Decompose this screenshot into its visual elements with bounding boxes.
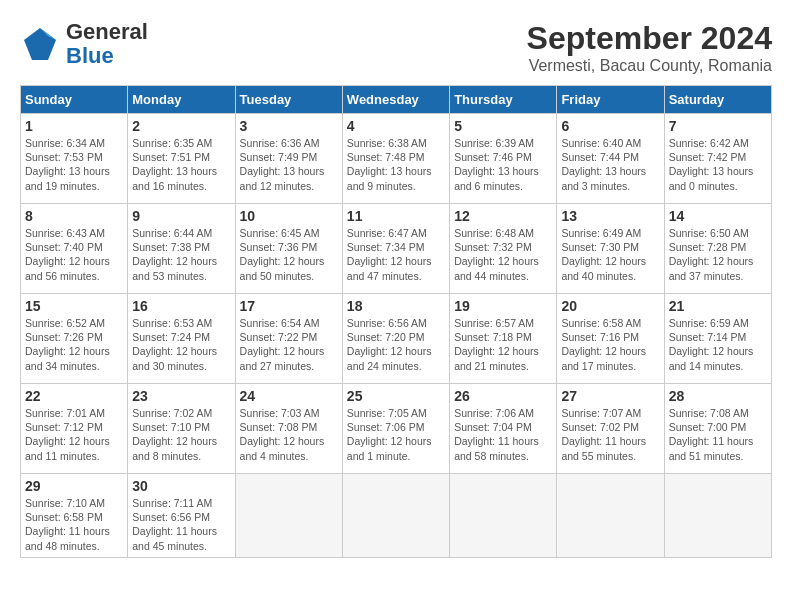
- calendar-day-17: 17Sunrise: 6:54 AMSunset: 7:22 PMDayligh…: [235, 294, 342, 384]
- day-info: Sunrise: 6:47 AMSunset: 7:34 PMDaylight:…: [347, 226, 445, 283]
- weekday-header-saturday: Saturday: [664, 86, 771, 114]
- day-number: 17: [240, 298, 338, 314]
- page-title: September 2024: [527, 20, 772, 57]
- calendar-day-28: 28Sunrise: 7:08 AMSunset: 7:00 PMDayligh…: [664, 384, 771, 474]
- day-info: Sunrise: 7:08 AMSunset: 7:00 PMDaylight:…: [669, 406, 767, 463]
- day-info: Sunrise: 6:52 AMSunset: 7:26 PMDaylight:…: [25, 316, 123, 373]
- day-info: Sunrise: 7:03 AMSunset: 7:08 PMDaylight:…: [240, 406, 338, 463]
- day-number: 14: [669, 208, 767, 224]
- calendar-day-1: 1Sunrise: 6:34 AMSunset: 7:53 PMDaylight…: [21, 114, 128, 204]
- calendar-day-21: 21Sunrise: 6:59 AMSunset: 7:14 PMDayligh…: [664, 294, 771, 384]
- title-block: September 2024 Vermesti, Bacau County, R…: [527, 20, 772, 75]
- calendar-header-row: SundayMondayTuesdayWednesdayThursdayFrid…: [21, 86, 772, 114]
- day-number: 2: [132, 118, 230, 134]
- calendar-day-7: 7Sunrise: 6:42 AMSunset: 7:42 PMDaylight…: [664, 114, 771, 204]
- day-info: Sunrise: 7:10 AMSunset: 6:58 PMDaylight:…: [25, 496, 123, 553]
- weekday-header-monday: Monday: [128, 86, 235, 114]
- day-number: 15: [25, 298, 123, 314]
- calendar-day-9: 9Sunrise: 6:44 AMSunset: 7:38 PMDaylight…: [128, 204, 235, 294]
- calendar-empty-cell: [342, 474, 449, 558]
- calendar-week-1: 1Sunrise: 6:34 AMSunset: 7:53 PMDaylight…: [21, 114, 772, 204]
- day-info: Sunrise: 7:11 AMSunset: 6:56 PMDaylight:…: [132, 496, 230, 553]
- calendar-day-14: 14Sunrise: 6:50 AMSunset: 7:28 PMDayligh…: [664, 204, 771, 294]
- day-number: 4: [347, 118, 445, 134]
- day-info: Sunrise: 6:53 AMSunset: 7:24 PMDaylight:…: [132, 316, 230, 373]
- day-number: 9: [132, 208, 230, 224]
- day-info: Sunrise: 6:59 AMSunset: 7:14 PMDaylight:…: [669, 316, 767, 373]
- calendar-day-10: 10Sunrise: 6:45 AMSunset: 7:36 PMDayligh…: [235, 204, 342, 294]
- day-info: Sunrise: 6:43 AMSunset: 7:40 PMDaylight:…: [25, 226, 123, 283]
- calendar-day-8: 8Sunrise: 6:43 AMSunset: 7:40 PMDaylight…: [21, 204, 128, 294]
- day-number: 10: [240, 208, 338, 224]
- day-number: 29: [25, 478, 123, 494]
- day-number: 16: [132, 298, 230, 314]
- weekday-header-thursday: Thursday: [450, 86, 557, 114]
- calendar-table: SundayMondayTuesdayWednesdayThursdayFrid…: [20, 85, 772, 558]
- day-info: Sunrise: 6:58 AMSunset: 7:16 PMDaylight:…: [561, 316, 659, 373]
- day-number: 25: [347, 388, 445, 404]
- calendar-day-29: 29Sunrise: 7:10 AMSunset: 6:58 PMDayligh…: [21, 474, 128, 558]
- calendar-day-12: 12Sunrise: 6:48 AMSunset: 7:32 PMDayligh…: [450, 204, 557, 294]
- day-info: Sunrise: 7:07 AMSunset: 7:02 PMDaylight:…: [561, 406, 659, 463]
- day-info: Sunrise: 6:36 AMSunset: 7:49 PMDaylight:…: [240, 136, 338, 193]
- day-number: 24: [240, 388, 338, 404]
- day-info: Sunrise: 6:50 AMSunset: 7:28 PMDaylight:…: [669, 226, 767, 283]
- day-info: Sunrise: 6:38 AMSunset: 7:48 PMDaylight:…: [347, 136, 445, 193]
- calendar-week-5: 29Sunrise: 7:10 AMSunset: 6:58 PMDayligh…: [21, 474, 772, 558]
- day-number: 21: [669, 298, 767, 314]
- day-number: 28: [669, 388, 767, 404]
- calendar-day-4: 4Sunrise: 6:38 AMSunset: 7:48 PMDaylight…: [342, 114, 449, 204]
- day-number: 11: [347, 208, 445, 224]
- day-info: Sunrise: 6:44 AMSunset: 7:38 PMDaylight:…: [132, 226, 230, 283]
- weekday-header-friday: Friday: [557, 86, 664, 114]
- day-info: Sunrise: 6:42 AMSunset: 7:42 PMDaylight:…: [669, 136, 767, 193]
- weekday-header-tuesday: Tuesday: [235, 86, 342, 114]
- day-number: 7: [669, 118, 767, 134]
- calendar-week-3: 15Sunrise: 6:52 AMSunset: 7:26 PMDayligh…: [21, 294, 772, 384]
- day-number: 19: [454, 298, 552, 314]
- day-number: 27: [561, 388, 659, 404]
- calendar-day-2: 2Sunrise: 6:35 AMSunset: 7:51 PMDaylight…: [128, 114, 235, 204]
- day-number: 6: [561, 118, 659, 134]
- day-number: 1: [25, 118, 123, 134]
- page-subtitle: Vermesti, Bacau County, Romania: [527, 57, 772, 75]
- calendar-empty-cell: [664, 474, 771, 558]
- calendar-day-30: 30Sunrise: 7:11 AMSunset: 6:56 PMDayligh…: [128, 474, 235, 558]
- day-info: Sunrise: 7:01 AMSunset: 7:12 PMDaylight:…: [25, 406, 123, 463]
- calendar-empty-cell: [235, 474, 342, 558]
- day-number: 5: [454, 118, 552, 134]
- calendar-day-5: 5Sunrise: 6:39 AMSunset: 7:46 PMDaylight…: [450, 114, 557, 204]
- svg-marker-0: [24, 28, 56, 60]
- day-number: 22: [25, 388, 123, 404]
- day-info: Sunrise: 6:40 AMSunset: 7:44 PMDaylight:…: [561, 136, 659, 193]
- day-info: Sunrise: 6:34 AMSunset: 7:53 PMDaylight:…: [25, 136, 123, 193]
- calendar-empty-cell: [557, 474, 664, 558]
- calendar-day-18: 18Sunrise: 6:56 AMSunset: 7:20 PMDayligh…: [342, 294, 449, 384]
- calendar-empty-cell: [450, 474, 557, 558]
- day-info: Sunrise: 6:45 AMSunset: 7:36 PMDaylight:…: [240, 226, 338, 283]
- day-info: Sunrise: 6:54 AMSunset: 7:22 PMDaylight:…: [240, 316, 338, 373]
- weekday-header-sunday: Sunday: [21, 86, 128, 114]
- day-number: 18: [347, 298, 445, 314]
- calendar-day-24: 24Sunrise: 7:03 AMSunset: 7:08 PMDayligh…: [235, 384, 342, 474]
- calendar-day-27: 27Sunrise: 7:07 AMSunset: 7:02 PMDayligh…: [557, 384, 664, 474]
- calendar-day-16: 16Sunrise: 6:53 AMSunset: 7:24 PMDayligh…: [128, 294, 235, 384]
- day-info: Sunrise: 7:06 AMSunset: 7:04 PMDaylight:…: [454, 406, 552, 463]
- day-number: 23: [132, 388, 230, 404]
- day-number: 8: [25, 208, 123, 224]
- logo: General Blue: [20, 20, 148, 68]
- calendar-day-23: 23Sunrise: 7:02 AMSunset: 7:10 PMDayligh…: [128, 384, 235, 474]
- day-info: Sunrise: 7:05 AMSunset: 7:06 PMDaylight:…: [347, 406, 445, 463]
- day-info: Sunrise: 6:56 AMSunset: 7:20 PMDaylight:…: [347, 316, 445, 373]
- logo-icon: [20, 24, 60, 64]
- day-number: 3: [240, 118, 338, 134]
- logo-text-blue: Blue: [66, 43, 114, 68]
- day-info: Sunrise: 6:39 AMSunset: 7:46 PMDaylight:…: [454, 136, 552, 193]
- day-number: 12: [454, 208, 552, 224]
- logo-text-general: General: [66, 19, 148, 44]
- day-info: Sunrise: 6:57 AMSunset: 7:18 PMDaylight:…: [454, 316, 552, 373]
- day-info: Sunrise: 6:49 AMSunset: 7:30 PMDaylight:…: [561, 226, 659, 283]
- day-info: Sunrise: 7:02 AMSunset: 7:10 PMDaylight:…: [132, 406, 230, 463]
- calendar-day-26: 26Sunrise: 7:06 AMSunset: 7:04 PMDayligh…: [450, 384, 557, 474]
- calendar-day-20: 20Sunrise: 6:58 AMSunset: 7:16 PMDayligh…: [557, 294, 664, 384]
